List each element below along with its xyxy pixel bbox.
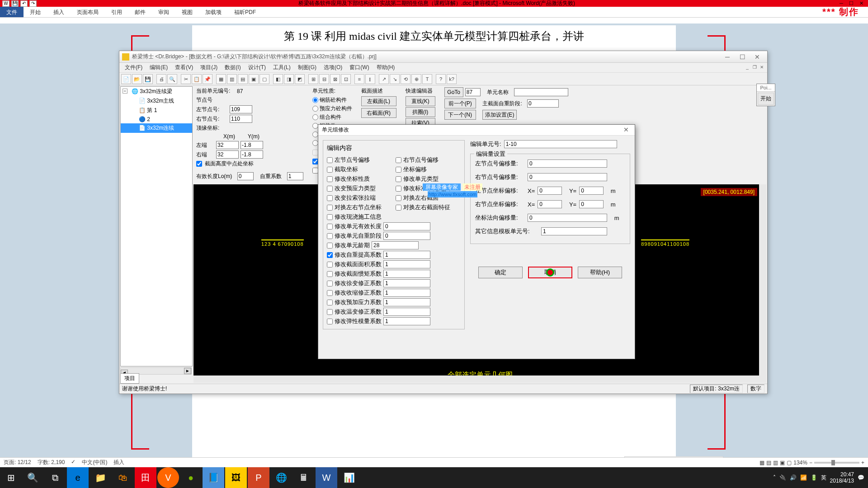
chk-r0[interactable]	[396, 157, 401, 163]
view-draft-icon[interactable]: ▢	[787, 460, 792, 466]
float-start-btn[interactable]: 开始	[758, 93, 774, 105]
chk-v9[interactable]	[327, 309, 333, 315]
tb-c2-icon[interactable]: ◨	[284, 74, 294, 84]
start-button[interactable]: ⊞	[0, 467, 22, 488]
left-x-input[interactable]	[216, 141, 239, 149]
redo-icon[interactable]: ↷	[29, 0, 37, 7]
chk-consider[interactable]	[312, 168, 318, 174]
viewport-hscroll[interactable]	[193, 375, 759, 383]
mdi-close-icon[interactable]: ✕	[758, 65, 765, 71]
tb-print-icon[interactable]: 🖨	[156, 74, 166, 84]
menu-draw[interactable]: 制图(G)	[294, 63, 320, 72]
chk-v2[interactable]	[327, 243, 333, 249]
radio-rc[interactable]	[312, 97, 318, 103]
chk-v10[interactable]	[327, 319, 333, 324]
status-zoom[interactable]: 134%	[793, 460, 807, 466]
chk-r5[interactable]	[396, 205, 401, 211]
float-panel[interactable]: Poi... 开始	[756, 84, 775, 106]
tb-d1-icon[interactable]: ⊞	[308, 74, 318, 84]
chk-cast[interactable]	[312, 159, 318, 164]
right-node-input[interactable]	[230, 115, 252, 123]
modal-close-icon[interactable]: ✕	[621, 126, 631, 134]
chk-r1[interactable]	[396, 167, 401, 173]
menu-window[interactable]: 窗口(W)	[346, 63, 373, 72]
status-lang[interactable]: 中文(中国)	[82, 459, 107, 466]
tb-store-icon[interactable]: 🛍	[112, 467, 134, 488]
tb-app6-icon[interactable]: 🌐	[270, 467, 292, 488]
tray-clock[interactable]: 20:47 2018/4/13	[830, 471, 854, 484]
chk-l6[interactable]	[327, 214, 333, 220]
tb-edge-icon[interactable]: e	[67, 467, 89, 488]
tree-item-selected[interactable]: 📄 3x32m连续	[121, 123, 192, 133]
right-x-input[interactable]	[216, 150, 239, 159]
scroll-right-icon[interactable]: ►	[184, 368, 191, 374]
menu-options[interactable]: 选项(O)	[320, 63, 346, 72]
radio-comp[interactable]	[312, 114, 318, 120]
self-weight-input[interactable]	[287, 172, 303, 180]
left-node-input[interactable]	[230, 105, 252, 113]
chk-l5[interactable]	[327, 205, 333, 211]
ok-button[interactable]: 确定	[478, 267, 523, 278]
rx-input[interactable]	[538, 200, 562, 208]
chk-v7[interactable]	[327, 290, 333, 296]
tb-ppt-icon[interactable]: P	[248, 467, 269, 488]
tray-bat-icon[interactable]: 🔋	[811, 474, 817, 481]
menu-tools[interactable]: 工具(L)	[269, 63, 294, 72]
tree-item-1[interactable]: 📄 3x32m主线	[121, 96, 192, 106]
cancel-button[interactable]: 取消	[528, 267, 572, 278]
prev-btn[interactable]: 前一个(P)	[444, 99, 476, 108]
tree-panel[interactable]: − 🌐 3x32m连续梁 📄 3x32m主线 📋 第 1 🔵 2 📄 3x32m…	[120, 86, 193, 366]
tb-app5-icon[interactable]: 🖼	[225, 467, 247, 488]
val-0[interactable]	[383, 222, 430, 230]
bridge-max-icon[interactable]: ☐	[735, 52, 750, 61]
val-4[interactable]	[383, 260, 430, 268]
goto-input[interactable]	[465, 88, 481, 96]
tab-file[interactable]: 文件	[0, 7, 24, 17]
tb-calc-icon[interactable]: 🖩	[293, 467, 315, 488]
lx-input[interactable]	[538, 187, 562, 195]
val-5[interactable]	[383, 270, 430, 278]
tb-explorer-icon[interactable]: 📁	[90, 467, 111, 488]
tb-b4-icon[interactable]: ▣	[249, 74, 259, 84]
tb-c1-icon[interactable]: ◧	[273, 74, 283, 84]
tb-b1-icon[interactable]: ▦	[216, 74, 226, 84]
tmpl-input[interactable]	[541, 227, 607, 235]
tb-f1-icon[interactable]: ↗	[379, 74, 389, 84]
menu-view[interactable]: 查看(V)	[171, 63, 197, 72]
tb-b2-icon[interactable]: ▥	[227, 74, 237, 84]
zoom-slider[interactable]	[814, 462, 859, 464]
chk-v6[interactable]	[327, 281, 333, 286]
tray-vol-icon[interactable]: 🔊	[790, 474, 797, 481]
chk-l2[interactable]	[327, 176, 333, 182]
tb-f5-icon[interactable]: T	[422, 74, 432, 84]
tb-d2-icon[interactable]: ⊟	[319, 74, 329, 84]
straight-btn[interactable]: 直线(K)	[406, 96, 435, 106]
tb-e1-icon[interactable]: ≡	[354, 74, 364, 84]
arch-btn[interactable]: 拱圈(I)	[406, 107, 435, 117]
tab-mail[interactable]: 邮件	[128, 7, 152, 17]
chk-v0[interactable]	[327, 224, 333, 230]
tab-addins[interactable]: 加载项	[199, 7, 228, 17]
tab-foxit[interactable]: 福昕PDF	[228, 7, 262, 17]
menu-data[interactable]: 数据(I)	[221, 63, 244, 72]
chk-v1[interactable]	[327, 233, 333, 239]
tree-item-2[interactable]: 📋 第 1	[121, 106, 192, 115]
val-7[interactable]	[383, 289, 430, 297]
zoom-out-icon[interactable]: −	[809, 460, 812, 466]
next-btn[interactable]: 下一个(N)	[444, 110, 476, 120]
menu-edit[interactable]: 编辑(E)	[146, 63, 171, 72]
chk-l3[interactable]	[327, 186, 333, 192]
tb-copy-icon[interactable]: 📋	[192, 74, 202, 84]
eff-len-input[interactable]	[237, 172, 254, 180]
tb-paste-icon[interactable]: 📌	[203, 74, 212, 84]
help-button[interactable]: 帮助(H)	[578, 267, 622, 278]
tb-c3-icon[interactable]: ◩	[295, 74, 305, 84]
val-3[interactable]	[383, 251, 430, 259]
tb-e2-icon[interactable]: ⫿	[365, 74, 375, 84]
chk-v4[interactable]	[327, 262, 333, 267]
left-section-btn[interactable]: 左截面(L)	[361, 96, 396, 106]
tb-f2-icon[interactable]: ↘	[390, 74, 400, 84]
tb-save-icon[interactable]: 💾	[143, 74, 153, 84]
chk-v3[interactable]	[327, 252, 333, 258]
tb-b3-icon[interactable]: ▤	[238, 74, 248, 84]
